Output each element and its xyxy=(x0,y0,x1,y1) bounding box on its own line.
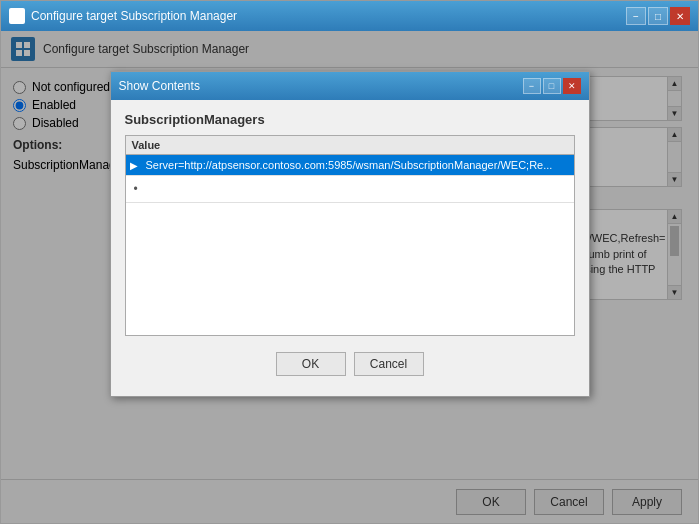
app-icon xyxy=(9,8,25,24)
table-empty-row[interactable]: • xyxy=(126,176,574,203)
dialog-footer: OK Cancel xyxy=(125,348,575,384)
dialog-cancel-button[interactable]: Cancel xyxy=(354,352,424,376)
table-row[interactable]: ▶ Server=http://atpsensor.contoso.com:59… xyxy=(126,155,574,176)
dialog-close-button[interactable]: ✕ xyxy=(563,78,581,94)
minimize-button[interactable]: − xyxy=(626,7,646,25)
svg-rect-0 xyxy=(12,11,16,15)
svg-rect-2 xyxy=(12,17,16,21)
maximize-button[interactable]: □ xyxy=(648,7,668,25)
table-header: Value xyxy=(126,136,574,155)
dialog-minimize-button[interactable]: − xyxy=(523,78,541,94)
title-bar: Configure target Subscription Manager − … xyxy=(1,1,698,31)
modal-overlay: Show Contents − □ ✕ SubscriptionManagers… xyxy=(1,31,698,523)
svg-rect-3 xyxy=(18,17,22,21)
svg-rect-1 xyxy=(18,11,22,15)
window-controls: − □ ✕ xyxy=(626,7,690,25)
dialog-title-bar: Show Contents − □ ✕ xyxy=(111,72,589,100)
show-contents-dialog: Show Contents − □ ✕ SubscriptionManagers… xyxy=(110,71,590,397)
window-title: Configure target Subscription Manager xyxy=(31,9,237,23)
dialog-title: Show Contents xyxy=(119,79,200,93)
dialog-controls: − □ ✕ xyxy=(523,78,581,94)
table-container: Value ▶ Server=http://atpsensor.contoso.… xyxy=(125,135,575,336)
dialog-section-title: SubscriptionManagers xyxy=(125,112,575,127)
row-value-2 xyxy=(146,185,570,193)
bullet-icon: • xyxy=(130,180,146,198)
close-button[interactable]: ✕ xyxy=(670,7,690,25)
dialog-maximize-button[interactable]: □ xyxy=(543,78,561,94)
table-body: ▶ Server=http://atpsensor.contoso.com:59… xyxy=(126,155,574,335)
main-content: Configure target Subscription Manager No… xyxy=(1,31,698,523)
title-bar-left: Configure target Subscription Manager xyxy=(9,8,237,24)
main-window: Configure target Subscription Manager − … xyxy=(0,0,699,524)
dialog-body: SubscriptionManagers Value ▶ Server=http… xyxy=(111,100,589,396)
dialog-ok-button[interactable]: OK xyxy=(276,352,346,376)
row-arrow-icon: ▶ xyxy=(126,158,142,173)
row-value-1: Server=http://atpsensor.contoso.com:5985… xyxy=(142,155,574,175)
